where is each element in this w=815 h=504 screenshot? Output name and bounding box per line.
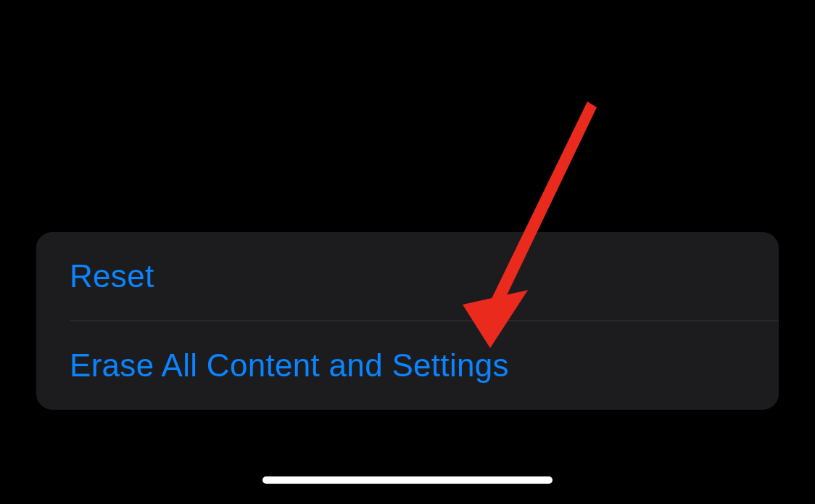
reset-row[interactable]: Reset — [36, 232, 779, 321]
erase-all-content-row[interactable]: Erase All Content and Settings — [36, 321, 779, 410]
settings-group: Reset Erase All Content and Settings — [36, 232, 779, 410]
reset-label: Reset — [70, 258, 154, 294]
home-indicator — [262, 476, 553, 484]
erase-all-content-label: Erase All Content and Settings — [70, 347, 509, 383]
